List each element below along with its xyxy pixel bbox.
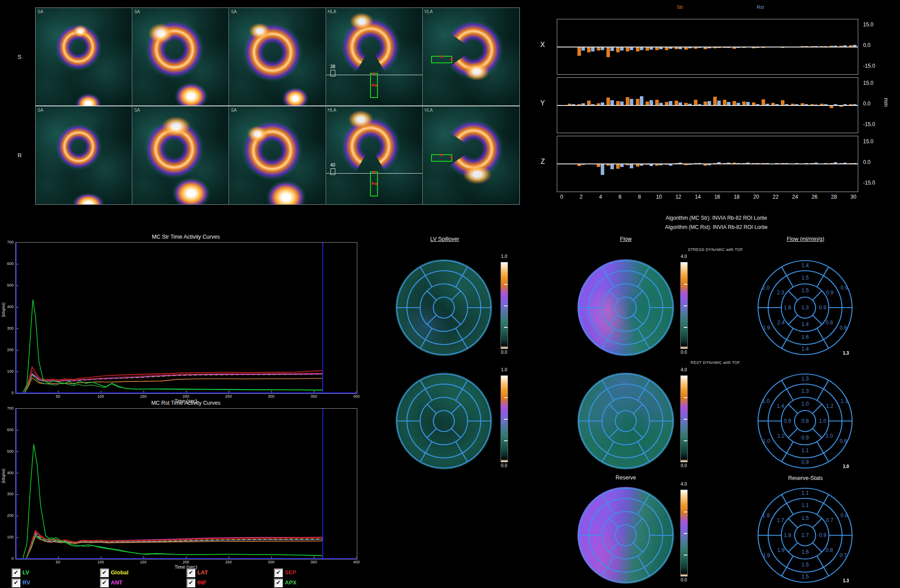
tac-curves — [16, 243, 357, 393]
roi-handle[interactable] — [373, 171, 375, 173]
segment-value: 0.9 — [816, 532, 829, 538]
tac-ytick-label: 600 — [2, 261, 14, 266]
tac-xtick-label: 100 — [93, 394, 109, 399]
tac-xtick-label: 250 — [221, 394, 236, 399]
polar-segment-grid — [396, 373, 492, 469]
roi-handle[interactable] — [440, 55, 443, 58]
curve-checkbox-sep[interactable]: ✔ — [274, 569, 283, 577]
tac-ytick-label: 300 — [2, 326, 14, 330]
segment-value: 1.3 — [798, 305, 812, 311]
slice-cell-rest-sa-basal[interactable]: SA — [229, 106, 326, 205]
curve-checkbox-apx[interactable]: ✔ — [274, 579, 283, 587]
segment-value: 0.9 — [798, 435, 812, 441]
slice-cell-stress-sa-basal[interactable]: SA — [229, 8, 326, 106]
curve-checkbox-rv[interactable]: ✔ — [12, 579, 20, 587]
segment-value: 1.1 — [798, 502, 812, 508]
uptake-hotspot — [247, 21, 273, 41]
motion-ytick-label: -15.0 — [863, 121, 889, 127]
slice-orientation-label: VLA — [425, 9, 433, 14]
motion-bar-str — [616, 47, 620, 53]
colorbar-tick — [684, 440, 687, 441]
polar-map-reserve — [577, 487, 674, 584]
blood-pool-roi[interactable] — [370, 171, 378, 196]
flow-values-title: Flow (ml/min/g) — [757, 236, 854, 242]
colorbar-flow-stress — [680, 262, 688, 349]
slice-cell-rest-hla[interactable]: HLA 40 — [326, 106, 423, 205]
stress-row-label: S — [18, 54, 22, 60]
colorbar-tick — [684, 284, 687, 285]
tac-xtick-label: 200 — [178, 560, 194, 564]
colorbar-tick — [684, 397, 687, 398]
tac-ytick-label: 400 — [2, 471, 14, 475]
colorbar-min-label: 0.0 — [676, 350, 692, 355]
segment-value: 1.5 — [798, 287, 812, 294]
motion-panel-x — [557, 19, 858, 75]
polar-segment-grid — [577, 487, 674, 584]
tac-ytick-label: 500 — [2, 283, 14, 287]
motion-xtick-label: 12 — [670, 194, 687, 200]
corner-value: 1.3 — [843, 578, 849, 583]
motion-legend-rst: Rst — [757, 4, 764, 10]
curve-label-apx: APX — [285, 579, 297, 586]
uptake-hotspot — [145, 21, 176, 46]
uptake-hotspot — [460, 163, 495, 186]
segment-value: 1.5 — [798, 573, 812, 580]
blood-pool-roi[interactable] — [431, 56, 452, 63]
segment-value: 1.7 — [798, 532, 812, 538]
colorbar-spillover-rest — [501, 375, 508, 462]
roi-handle[interactable] — [440, 154, 443, 156]
curve-checkbox-inf[interactable]: ✔ — [187, 579, 195, 587]
slice-grid: SA SA SA HLA 38 — [35, 7, 520, 205]
slice-cell-stress-sa-apical[interactable]: SA — [36, 8, 132, 106]
motion-xtick-label: 8 — [631, 194, 648, 200]
curve-checkbox-lv[interactable]: ✔ — [12, 569, 20, 577]
tac-ytick-label: 700 — [2, 406, 14, 410]
motion-xtick-label: 0 — [553, 194, 570, 200]
curve-checkbox-ant[interactable]: ✔ — [100, 579, 109, 587]
blood-pool-roi[interactable] — [431, 154, 452, 162]
motion-xtick-label: 6 — [611, 194, 629, 200]
segment-value: 0.8 — [798, 418, 812, 424]
curve-label-sep: SEP — [285, 569, 296, 576]
slice-cell-rest-sa-apical[interactable]: SA — [36, 106, 132, 205]
roi-handle[interactable] — [450, 156, 453, 159]
colorbar-tick — [684, 305, 687, 306]
curve-checkbox-lat[interactable]: ✔ — [187, 569, 195, 577]
motion-xtick-label: 4 — [592, 194, 610, 200]
roi-handle[interactable] — [450, 58, 453, 60]
slice-cell-stress-hla[interactable]: HLA 38 — [326, 8, 423, 106]
segment-value: 1.9 — [760, 552, 773, 559]
blood-pool-roi[interactable] — [370, 73, 378, 98]
slice-cell-rest-vla[interactable]: VLA — [423, 106, 519, 205]
colorbar-tick — [684, 512, 687, 512]
tac-xtick-label: 300 — [263, 560, 279, 564]
roi-handle[interactable] — [375, 84, 377, 87]
motion-xtick-label: 30 — [845, 194, 862, 200]
curve-checkbox-global[interactable]: ✔ — [100, 569, 109, 577]
colorbar-tick — [684, 555, 687, 555]
tac-xtick-label: 350 — [306, 560, 322, 564]
colorbar-max-label: 4.0 — [676, 254, 692, 259]
motion-bar-str — [713, 97, 717, 105]
slice-cell-stress-sa-mid[interactable]: SA — [132, 8, 229, 106]
polar-segment-grid — [577, 259, 674, 356]
motion-bar-str — [587, 101, 591, 105]
slice-orientation-label: HLA — [328, 108, 336, 113]
motion-bar-str — [675, 101, 678, 105]
segment-value: 1.2 — [823, 403, 836, 409]
slice-cell-stress-vla[interactable]: VLA — [423, 8, 519, 106]
tac-ytick-label: 400 — [2, 305, 14, 309]
slice-cell-rest-sa-mid[interactable]: SA — [132, 106, 229, 205]
tac-ytick-label: 100 — [2, 369, 14, 374]
segment-value: 1.6 — [781, 305, 794, 311]
segment-value: 0.9 — [798, 459, 812, 465]
segment-value: 1.6 — [798, 549, 812, 555]
segment-value: 1.4 — [798, 346, 812, 352]
roi-handle[interactable] — [375, 183, 377, 185]
motion-ytick-label: 15.0 — [863, 22, 889, 28]
roi-handle[interactable] — [373, 73, 375, 75]
motion-bar-str — [626, 47, 629, 52]
roi-handle[interactable] — [372, 84, 374, 86]
slice-orientation-label: SA — [37, 108, 43, 113]
roi-handle[interactable] — [372, 182, 374, 185]
